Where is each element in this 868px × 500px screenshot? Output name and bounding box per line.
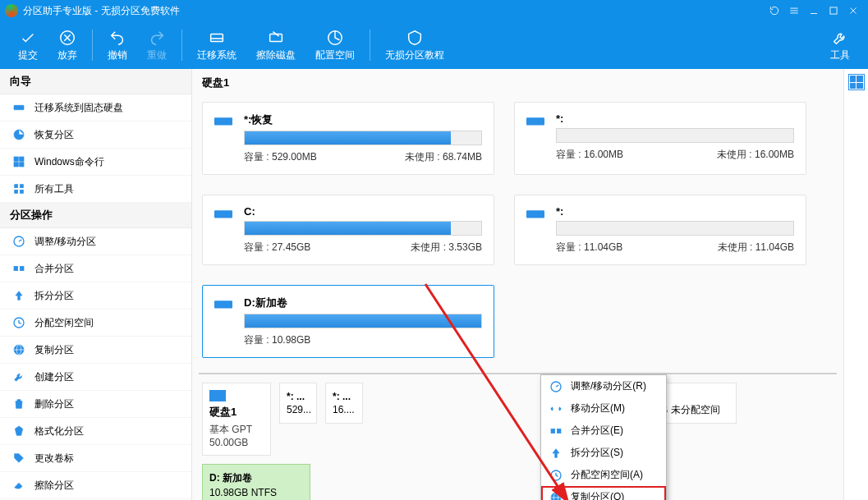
label: 分配空闲空间 <box>34 316 94 330</box>
undo-button[interactable]: 撤销 <box>98 25 137 66</box>
menu-icon[interactable] <box>784 0 804 21</box>
svg-rect-17 <box>20 266 24 270</box>
svg-rect-24 <box>526 210 544 218</box>
svg-point-30 <box>551 493 561 501</box>
capacity: 容量 : 11.04GB <box>556 241 622 255</box>
ops-item-6[interactable]: 删除分区 <box>0 391 191 418</box>
svg-rect-22 <box>526 117 544 125</box>
segment[interactable]: *: ...16.... <box>325 383 363 424</box>
disk-type: 基本 GPT <box>209 423 264 437</box>
toolbar: 提交 放弃 撤销 重做 迁移系统 擦除磁盘 配置空间 无损分区教程 工具 <box>0 21 868 69</box>
minimize-icon[interactable] <box>804 0 824 21</box>
view-toggle-button[interactable] <box>848 74 865 90</box>
partition-card-0[interactable]: *:恢复容量 : 529.00MB未使用 : 68.74MB <box>202 102 494 175</box>
label: 调整/移动分区(R) <box>571 379 646 393</box>
app-logo <box>5 4 18 17</box>
discard-button[interactable]: 放弃 <box>48 25 87 66</box>
migrate-button[interactable]: 迁移系统 <box>187 25 246 66</box>
ctx-item-1[interactable]: 移动分区(M) <box>541 397 666 420</box>
bucket-icon <box>11 424 26 438</box>
ops-item-0[interactable]: 调整/移动分区 <box>0 228 191 255</box>
partition-card-2[interactable]: C:容量 : 27.45GB未使用 : 3.53GB <box>202 195 494 265</box>
drive-icon <box>214 296 234 347</box>
ctx-item-4[interactable]: 分配空闲空间(A) <box>541 464 666 486</box>
ops-item-5[interactable]: 创建分区 <box>0 364 191 391</box>
free: 未使用 : 3.53GB <box>411 241 482 255</box>
usage-bar <box>244 221 482 236</box>
drive-icon <box>214 112 234 164</box>
label: Windows命令行 <box>34 155 104 169</box>
segment[interactable]: D: 新加卷10.98GB NTFS <box>202 464 310 500</box>
split-icon <box>549 447 564 460</box>
disk-icon <box>209 390 226 401</box>
seg-name: *: ... <box>287 391 310 402</box>
label: 格式化分区 <box>34 424 84 438</box>
svg-rect-10 <box>20 163 24 167</box>
label: 创建分区 <box>34 370 74 384</box>
redo-button: 重做 <box>137 25 177 66</box>
disk-card[interactable]: 硬盘1基本 GPT50.00GB <box>202 383 271 456</box>
reload-icon[interactable] <box>765 0 784 21</box>
partition-card-3[interactable]: *:容量 : 11.04GB未使用 : 11.04GB <box>514 195 806 265</box>
titlebar: 分区助手专业版 - 无损分区免费软件 <box>0 0 868 21</box>
close-icon[interactable] <box>843 0 863 21</box>
ctx-item-0[interactable]: 调整/移动分区(R) <box>541 375 666 397</box>
usage-bar <box>556 221 794 236</box>
guide-item-0[interactable]: 迁移系统到固态硬盘 <box>0 94 191 122</box>
ops-header: 分区操作 <box>0 203 191 228</box>
ops-item-3[interactable]: 分配空闲空间 <box>0 310 191 337</box>
seg-name: D: 新加卷 <box>209 471 303 485</box>
label: 工具 <box>830 48 850 62</box>
submit-button[interactable]: 提交 <box>8 25 48 66</box>
ops-item-7[interactable]: 格式化分区 <box>0 418 191 445</box>
disk-size: 50.00GB <box>209 437 264 448</box>
free: 未使用 : 16.00MB <box>717 148 794 162</box>
right-strip <box>843 69 868 500</box>
maximize-icon[interactable] <box>824 0 843 21</box>
wrench-icon <box>11 369 26 384</box>
tools-button[interactable]: 工具 <box>820 25 860 66</box>
ctx-item-3[interactable]: 拆分分区(S) <box>541 442 666 464</box>
ops-item-2[interactable]: 拆分分区 <box>0 282 191 310</box>
label: 提交 <box>18 48 38 62</box>
guide-item-3[interactable]: 所有工具 <box>0 176 191 203</box>
label: 迁移系统 <box>197 48 237 62</box>
ops-item-9[interactable]: 擦除分区 <box>0 472 191 499</box>
segment[interactable]: *: ...529... <box>279 383 317 424</box>
partition-name: *: <box>556 205 794 218</box>
label: 更改卷标 <box>34 452 74 466</box>
quota-button[interactable]: 配置空间 <box>305 25 365 66</box>
ctx-item-5[interactable]: 复制分区(O) <box>541 486 666 500</box>
wipe-button[interactable]: 擦除磁盘 <box>246 25 305 66</box>
svg-rect-5 <box>14 105 24 109</box>
partition-card-4[interactable]: D:新加卷容量 : 10.98GB <box>202 285 494 358</box>
ops-item-1[interactable]: 合并分区 <box>0 255 191 282</box>
partition-name: *: <box>556 112 794 125</box>
drive-icon <box>214 205 234 255</box>
svg-rect-8 <box>20 157 24 161</box>
svg-rect-28 <box>557 429 561 433</box>
win-icon <box>11 154 26 169</box>
label: 擦除分区 <box>34 479 74 493</box>
clock-icon <box>11 315 26 330</box>
context-menu: 调整/移动分区(R)移动分区(M)合并分区(E)拆分分区(S)分配空闲空间(A)… <box>540 374 667 500</box>
label: 拆分分区(S) <box>571 446 623 460</box>
guide-item-1[interactable]: 恢复分区 <box>0 122 191 149</box>
globe-icon <box>549 491 564 501</box>
free: 未使用 : 68.74MB <box>405 150 482 164</box>
ops-item-8[interactable]: 更改卷标 <box>0 445 191 472</box>
svg-rect-23 <box>214 210 232 218</box>
label: 重做 <box>147 48 167 62</box>
capacity: 容量 : 16.00MB <box>556 148 623 162</box>
partition-card-1[interactable]: *:容量 : 16.00MB未使用 : 16.00MB <box>514 102 806 175</box>
guide-item-2[interactable]: Windows命令行 <box>0 149 191 176</box>
svg-rect-25 <box>214 300 232 308</box>
ctx-item-2[interactable]: 合并分区(E) <box>541 420 666 442</box>
tutorial-button[interactable]: 无损分区教程 <box>375 25 454 66</box>
partition-name: C: <box>244 205 482 218</box>
capacity: 容量 : 529.00MB <box>244 150 317 164</box>
label: 所有工具 <box>34 182 74 196</box>
svg-rect-2 <box>211 34 223 41</box>
svg-rect-27 <box>551 429 555 433</box>
ops-item-4[interactable]: 复制分区 <box>0 337 191 364</box>
